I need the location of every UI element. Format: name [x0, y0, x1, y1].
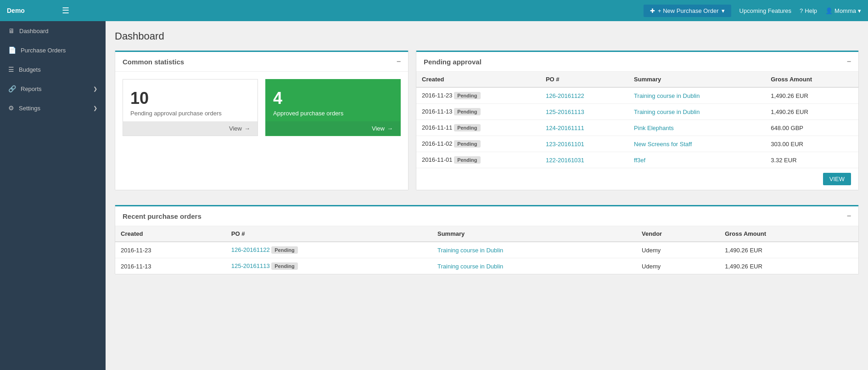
cell-summary[interactable]: New Screens for Staff: [628, 136, 765, 152]
cell-po-num[interactable]: 124-20161111: [540, 120, 628, 136]
po-link[interactable]: 126-20161122: [231, 246, 270, 253]
recent-col-created: Created: [115, 226, 226, 242]
status-badge: Pending: [454, 156, 480, 164]
pending-approval-title: Pending approval: [424, 58, 482, 66]
summary-link[interactable]: Training course in Dublin: [634, 92, 700, 99]
pending-view-all-button[interactable]: VIEW: [823, 173, 851, 185]
cell-amount: 303.00 EUR: [765, 136, 858, 152]
hamburger-icon[interactable]: ☰: [62, 6, 69, 16]
sidebar: 🖥 Dashboard 📄 Purchase Orders ☰ Budgets …: [0, 21, 106, 370]
pending-approval-panel: Pending approval − Created PO # Summary …: [416, 51, 859, 190]
page-title: Dashboard: [115, 30, 859, 42]
plus-icon: ✚: [650, 7, 655, 14]
sidebar-item-label: Purchase Orders: [21, 47, 66, 54]
upcoming-features-link[interactable]: Upcoming Features: [739, 7, 791, 14]
budgets-icon: ☰: [8, 66, 14, 73]
recent-col-gross-amount: Gross Amount: [719, 226, 858, 242]
main-content: Dashboard Common statistics − 10 Pending…: [106, 21, 868, 370]
table-row: 2016-11-13 125-20161113 Pending Training…: [115, 258, 858, 274]
sidebar-item-label: Budgets: [19, 66, 41, 73]
cell-vendor: Udemy: [636, 258, 719, 274]
sidebar-item-dashboard[interactable]: 🖥 Dashboard: [0, 21, 106, 40]
col-summary: Summary: [628, 72, 765, 87]
table-row: 2016-11-23 126-20161122 Pending Training…: [115, 242, 858, 258]
summary-link[interactable]: Training course in Dublin: [634, 108, 700, 115]
cell-amount: 1,490.26 EUR: [765, 104, 858, 120]
collapse-stats-button[interactable]: −: [397, 57, 401, 66]
cell-amount: 1,490.26 EUR: [719, 258, 858, 274]
approved-label: Approved purchase orders: [273, 110, 393, 117]
cell-po-num[interactable]: 125-20161113 Pending: [226, 258, 432, 274]
settings-arrow-icon: ❯: [93, 105, 97, 111]
recent-col-summary: Summary: [432, 226, 636, 242]
cell-created: 2016-11-02 Pending: [416, 136, 540, 152]
pending-approval-body: Created PO # Summary Gross Amount 2016-1…: [416, 72, 858, 168]
collapse-pending-button[interactable]: −: [847, 57, 851, 66]
user-menu[interactable]: 👤 Momma ▾: [825, 7, 861, 14]
approved-view-label: View: [372, 125, 385, 132]
status-badge: Pending: [271, 246, 297, 254]
approved-card-body: 4 Approved purchase orders: [266, 80, 400, 121]
approved-view-button[interactable]: View →: [266, 121, 400, 136]
cell-summary[interactable]: Training course in Dublin: [628, 104, 765, 120]
pending-stat-card: 10 Pending approval purchase orders View…: [123, 79, 258, 136]
sidebar-item-label: Reports: [21, 85, 42, 92]
table-row: 2016-11-01 Pending 122-20161031 ff3ef 3.…: [416, 152, 858, 168]
status-badge: Pending: [454, 92, 480, 99]
sidebar-item-budgets[interactable]: ☰ Budgets: [0, 60, 106, 79]
cell-po-num[interactable]: 122-20161031: [540, 152, 628, 168]
sidebar-item-settings[interactable]: ⚙ Settings ❯: [0, 98, 106, 118]
pending-label: Pending approval purchase orders: [130, 110, 250, 117]
cell-vendor: Udemy: [636, 242, 719, 258]
user-icon: 👤: [825, 7, 833, 14]
cell-summary[interactable]: Pink Elephants: [628, 120, 765, 136]
summary-link[interactable]: ff3ef: [634, 157, 645, 164]
cell-amount: 1,490.26 EUR: [765, 87, 858, 104]
sidebar-item-reports[interactable]: 🔗 Reports ❯: [0, 79, 106, 98]
pending-view-label: View: [229, 125, 242, 132]
table-row: 2016-11-02 Pending 123-20161101 New Scre…: [416, 136, 858, 152]
cell-summary[interactable]: Training course in Dublin: [628, 87, 765, 104]
cell-po-num[interactable]: 126-20161122 Pending: [226, 242, 432, 258]
recent-po-header: Recent purchase orders −: [115, 206, 858, 226]
po-link[interactable]: 122-20161031: [546, 157, 584, 164]
po-link[interactable]: 125-20161113: [231, 262, 270, 269]
sidebar-item-purchase-orders[interactable]: 📄 Purchase Orders: [0, 40, 106, 60]
cell-amount: 1,490.26 EUR: [719, 242, 858, 258]
po-link[interactable]: 125-20161113: [546, 108, 584, 115]
recent-po-body: Created PO # Summary Vendor Gross Amount…: [115, 226, 858, 274]
status-badge: Pending: [454, 140, 480, 148]
pending-card-body: 10 Pending approval purchase orders: [123, 80, 258, 121]
summary-link[interactable]: Training course in Dublin: [437, 263, 503, 270]
user-label: Momma: [834, 7, 856, 14]
summary-link[interactable]: Training course in Dublin: [437, 247, 503, 254]
recent-purchase-orders-panel: Recent purchase orders − Created PO # Su…: [115, 205, 859, 274]
po-link[interactable]: 123-20161101: [546, 141, 584, 148]
sidebar-item-label: Settings: [19, 105, 40, 112]
cell-po-num[interactable]: 126-20161122: [540, 87, 628, 104]
cell-summary[interactable]: ff3ef: [628, 152, 765, 168]
collapse-recent-button[interactable]: −: [847, 212, 851, 220]
pending-view-button[interactable]: View →: [123, 121, 258, 136]
cell-summary[interactable]: Training course in Dublin: [432, 258, 636, 274]
pending-approval-header: Pending approval −: [416, 52, 858, 72]
po-link[interactable]: 126-20161122: [546, 92, 584, 99]
help-link[interactable]: ? Help: [800, 7, 817, 14]
pending-table-header-row: Created PO # Summary Gross Amount: [416, 72, 858, 87]
po-link[interactable]: 124-20161111: [546, 125, 584, 131]
col-gross-amount: Gross Amount: [765, 72, 858, 87]
approved-arrow-icon: →: [387, 125, 393, 132]
cell-po-num[interactable]: 125-20161113: [540, 104, 628, 120]
summary-link[interactable]: New Screens for Staff: [634, 141, 692, 148]
status-badge: Pending: [271, 262, 297, 270]
recent-table-header-row: Created PO # Summary Vendor Gross Amount: [115, 226, 858, 242]
approved-count: 4: [273, 89, 393, 108]
cell-created: 2016-11-23: [115, 242, 226, 258]
summary-link[interactable]: Pink Elephants: [634, 125, 674, 131]
cell-summary[interactable]: Training course in Dublin: [432, 242, 636, 258]
settings-icon: ⚙: [8, 104, 14, 112]
cell-po-num[interactable]: 123-20161101: [540, 136, 628, 152]
new-purchase-order-button[interactable]: ✚ + New Purchase Order ▾: [644, 5, 731, 17]
demo-label: Demo: [7, 7, 53, 14]
reports-arrow-icon: ❯: [93, 86, 97, 92]
